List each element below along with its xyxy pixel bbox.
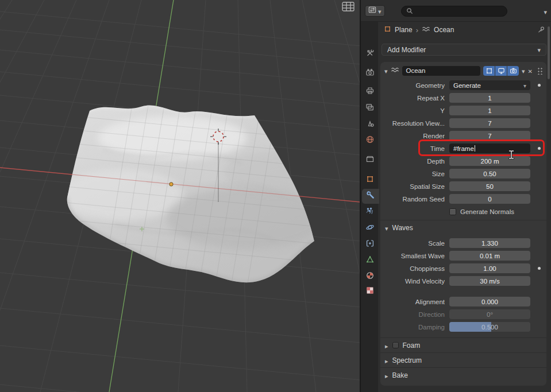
section-spectrum-header[interactable]: Spectrum xyxy=(380,352,546,367)
time-field[interactable]: #frame xyxy=(449,143,530,153)
modifier-delete-button[interactable] xyxy=(528,65,533,76)
random-seed-field[interactable]: 0 xyxy=(449,194,530,204)
field-label: Direction xyxy=(385,311,445,318)
toggle-realtime-button[interactable] xyxy=(495,66,507,76)
box-icon xyxy=(365,154,375,166)
row-repeat-x: Repeat X 1 xyxy=(380,92,546,104)
section-title: Spectrum xyxy=(392,356,422,364)
chevron-right-icon xyxy=(385,370,388,381)
repeat-y-field[interactable]: 1 xyxy=(449,106,530,115)
row-spatial-size: Spatial Size 50 xyxy=(380,180,546,192)
tab-output[interactable] xyxy=(362,84,378,99)
wind-velocity-field[interactable]: 30 m/s xyxy=(449,276,530,286)
breadcrumb: Plane Ocean xyxy=(378,22,551,38)
ocean-modifier-icon xyxy=(422,25,430,35)
size-field[interactable]: 0.50 xyxy=(449,169,530,178)
toggle-editmode-button[interactable] xyxy=(483,66,495,76)
expand-icon[interactable] xyxy=(384,65,388,76)
spreadsheet-icon[interactable] xyxy=(342,2,355,11)
add-modifier-label: Add Modifier xyxy=(387,46,426,54)
section-foam-header[interactable]: Foam xyxy=(380,337,546,352)
resolution-render-field[interactable]: 7 xyxy=(449,131,530,141)
breadcrumb-object[interactable]: Plane xyxy=(395,26,413,34)
add-modifier-button[interactable]: Add Modifier xyxy=(382,44,546,56)
animate-dot[interactable] xyxy=(538,267,541,270)
tab-object-data[interactable] xyxy=(362,253,378,268)
constraint-icon xyxy=(365,239,375,250)
tab-tool[interactable] xyxy=(362,46,378,61)
damping-slider[interactable]: 0.500 xyxy=(449,322,530,332)
chevron-down-icon xyxy=(523,82,526,89)
generate-normals-checkbox[interactable] xyxy=(449,208,456,215)
chevron-down-icon xyxy=(378,6,382,16)
row-direction: Direction 0° xyxy=(380,308,546,320)
tab-physics[interactable] xyxy=(362,221,378,236)
row-alignment: Alignment 0.000 xyxy=(380,296,546,308)
geometry-dropdown[interactable]: Generate xyxy=(449,80,530,90)
tab-render[interactable] xyxy=(362,66,378,81)
tab-world[interactable] xyxy=(362,133,378,148)
choppiness-field[interactable]: 1.00 xyxy=(449,263,530,273)
generate-normals-label: Generate Normals xyxy=(460,208,514,215)
tab-view-layer[interactable] xyxy=(362,101,378,116)
tab-scene[interactable] xyxy=(362,117,378,132)
depth-field[interactable]: 200 m xyxy=(449,156,530,166)
properties-tab-strip xyxy=(361,22,378,392)
wrench-icon xyxy=(366,191,375,202)
row-time: Time #frame xyxy=(380,142,546,154)
spatial-size-field[interactable]: 50 xyxy=(449,181,530,191)
object-icon xyxy=(365,174,375,186)
animate-dot[interactable] xyxy=(538,147,541,150)
world-icon xyxy=(365,135,375,146)
modifier-name-input[interactable]: Ocean xyxy=(402,66,481,76)
field-label: Alignment xyxy=(385,298,445,305)
row-geometry: Geometry Generate xyxy=(380,79,546,91)
scrollbar[interactable] xyxy=(548,26,550,79)
chevron-down-icon xyxy=(385,223,388,233)
foam-checkbox[interactable] xyxy=(392,342,399,348)
direction-field[interactable]: 0° xyxy=(449,309,530,319)
repeat-x-field[interactable]: 1 xyxy=(449,93,530,103)
field-label: Geometry xyxy=(385,82,445,89)
properties-content: Plane Ocean Add Modifier xyxy=(378,22,551,392)
row-choppiness: Choppiness 1.00 xyxy=(380,262,546,274)
section-waves-header[interactable]: Waves xyxy=(380,220,546,235)
scale-field[interactable]: 1.330 xyxy=(449,238,530,248)
modifier-extras-button[interactable] xyxy=(522,65,525,76)
row-scale: Scale 1.330 xyxy=(380,237,546,249)
row-resolution-viewport: Resolution View... 7 xyxy=(380,117,546,129)
row-repeat-y: Y 1 xyxy=(380,104,546,117)
breadcrumb-modifier[interactable]: Ocean xyxy=(434,26,454,34)
editor-type-button[interactable] xyxy=(365,5,385,17)
section-title: Foam xyxy=(403,341,421,350)
alignment-field[interactable]: 0.000 xyxy=(449,297,530,306)
field-label: Spatial Size xyxy=(385,183,445,190)
text-cursor-icon xyxy=(508,150,515,162)
chevron-right-icon xyxy=(385,355,388,366)
field-label: Choppiness xyxy=(385,265,445,272)
smallest-wave-field[interactable]: 0.01 m xyxy=(449,251,530,261)
animate-dot[interactable] xyxy=(538,84,541,87)
photos-icon xyxy=(365,103,375,114)
toggle-render-button[interactable] xyxy=(507,66,519,76)
viewport-3d[interactable] xyxy=(0,0,360,392)
row-damping: Damping 0.500 xyxy=(380,321,546,333)
row-resolution-render: Render 7 xyxy=(380,130,546,142)
tab-modifiers[interactable] xyxy=(362,189,379,204)
pin-button[interactable] xyxy=(537,26,545,36)
tab-collection[interactable] xyxy=(362,153,378,168)
tab-particles[interactable] xyxy=(362,205,378,220)
section-bake-header[interactable]: Bake xyxy=(380,367,546,382)
header-filter-button[interactable] xyxy=(544,6,547,17)
time-value: #frame xyxy=(453,145,474,152)
section-title: Waves xyxy=(392,224,413,232)
search-icon xyxy=(406,6,413,17)
tab-texture[interactable] xyxy=(362,284,378,299)
tab-object[interactable] xyxy=(362,173,378,188)
field-label: Smallest Wave xyxy=(385,253,445,259)
tab-material[interactable] xyxy=(362,269,378,284)
tab-constraints[interactable] xyxy=(362,237,378,252)
modifier-drag-handle[interactable] xyxy=(537,67,542,75)
resolution-viewport-field[interactable]: 7 xyxy=(449,118,530,128)
search-input[interactable] xyxy=(401,6,507,17)
